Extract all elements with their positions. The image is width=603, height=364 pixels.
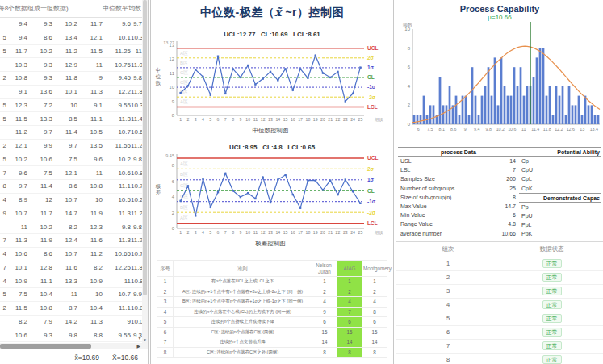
capability-index-label: Pp [519, 204, 601, 210]
table-row: 9.113.610.111.312.211.8 [0, 86, 142, 99]
process-data-value: 8 [485, 195, 519, 200]
svg-text:-2σ: -2σ [367, 94, 376, 100]
rule-value: 7 [157, 337, 174, 348]
data-cell: 11.7 [6, 48, 31, 55]
rule-value: 4 [312, 297, 337, 308]
data-cell: 8.2 [57, 224, 82, 231]
svg-text:B区: B区 [180, 171, 188, 177]
capability-index-row: CpK [519, 184, 601, 193]
status-badge: 正常 [542, 314, 562, 323]
data-cell: 10.2 [31, 48, 57, 55]
process-data-table: process DataUSL14LSL7Samples Size200Numb… [396, 147, 603, 239]
group-number: 3 [396, 287, 500, 295]
rule-description: A区: 连续的n+1个点中有n个点落在+2σ之上或-2σ之下 (同一侧) [174, 287, 312, 297]
svg-text:10: 10 [245, 117, 250, 122]
median-cell: 11.3 [107, 236, 131, 244]
data-cell: 11.8 [57, 74, 82, 82]
rule-description: 连续的n个点落在中心线(CL)的上方或下方 (同一侧) [174, 307, 312, 317]
capability-index-row: CpL [519, 174, 601, 183]
rule-value: 9 [312, 307, 337, 317]
capability-index-row: Cp [519, 157, 601, 165]
table-row: 57.510.4111010.79.9 [0, 288, 142, 302]
svg-text:2: 2 [186, 117, 189, 122]
data-cell: 7.5 [6, 291, 31, 298]
svg-text:20: 20 [320, 117, 325, 122]
table-body: 9.49.310.211.79.69.759.48.613.412.110.11… [0, 18, 142, 343]
svg-text:6: 6 [408, 65, 411, 69]
rule-value: 4 [337, 297, 362, 308]
rule-value: 8 [362, 347, 387, 358]
mean-cell: 10.6 [131, 128, 142, 136]
table-row: 59.48.613.412.110.110.3 [0, 31, 142, 45]
svg-text:9: 9 [464, 127, 467, 132]
status-row: 4正常 [396, 299, 603, 312]
horizontal-scrollbar[interactable]: ▶ [0, 343, 148, 349]
rule-value: 8 [337, 347, 362, 358]
mean-summary: X̄=10.66 [112, 354, 138, 362]
svg-text:0: 0 [408, 122, 411, 127]
data-cell: 11.4 [57, 128, 82, 136]
vertical-scrollbar-thumb[interactable] [143, 0, 147, 295]
table-row: 212.19.99.713.511.5511.2 [0, 140, 142, 153]
scroll-down-arrow-icon[interactable]: ▼ [142, 337, 148, 343]
process-data-label: average number [398, 231, 485, 236]
svg-text:8: 8 [172, 163, 175, 168]
clipped-cell: 5 [0, 115, 6, 123]
svg-text:组次: 组次 [375, 117, 384, 122]
svg-text:22: 22 [336, 117, 341, 122]
data-cell: 13.4 [57, 34, 82, 41]
process-data-label: Number of subgroups [398, 186, 485, 191]
svg-text:8.6: 8.6 [450, 127, 456, 132]
data-cell: 11 [57, 291, 82, 298]
data-cell: 11.4 [31, 182, 57, 190]
status-cell: 正常 [500, 354, 603, 364]
svg-text:14: 14 [275, 230, 280, 235]
rule-value: 8 [312, 347, 337, 358]
rule-value: 3 [157, 297, 174, 308]
data-cell: 8.9 [6, 196, 31, 203]
svg-text:9.45: 9.45 [165, 153, 174, 158]
potential-ability-header: Potential Ability [519, 147, 601, 157]
control-chart-panel: 中位数-极差（x̃ ~r）控制图 UCL:12.77 CL:10.69 LCL:… [151, 0, 393, 364]
svg-text:1σ: 1σ [367, 177, 375, 182]
data-cell: 8.7 [57, 304, 82, 312]
svg-text:20: 20 [320, 230, 325, 235]
mean-cell: 10.7 [131, 182, 142, 190]
process-data-label: Size of sub-group(n) [398, 195, 485, 200]
table-row: 511.513.38.511.111.311.4 [0, 112, 142, 126]
process-data-label: Max Value [398, 203, 485, 209]
group-number: 4 [396, 301, 500, 308]
range-control-chart: 9.4502468UCL2σ1σCL-1σ-2σLCLA区B区C区C区B区A区1… [153, 152, 392, 250]
median-cell: 11 [107, 278, 131, 285]
median-cell: 9.6 [107, 20, 131, 27]
data-cell: 11 [82, 169, 107, 177]
data-cell: 10.1 [6, 264, 31, 271]
vertical-scrollbar[interactable]: ▼ [142, 0, 148, 343]
median-chart-limits: UCL:12.77 CL:10.69 LCL:8.61 [151, 31, 393, 38]
status-header: 组次 [396, 245, 500, 253]
svg-text:CL: CL [367, 188, 375, 194]
data-cell: 10.8 [31, 304, 57, 312]
mean-cell: 10.2 [131, 196, 142, 203]
data-cell: 11.2 [6, 128, 31, 136]
mean-cell: 10.8 [131, 304, 142, 312]
svg-text:12: 12 [169, 56, 174, 61]
rule-value: 2 [312, 287, 337, 297]
rules-header: Nelson-Juran [312, 261, 337, 277]
table-row: 10.39.312.91110.7511.0 [0, 58, 142, 72]
median-cell: 10.75 [107, 61, 131, 69]
group-number: 7 [396, 342, 500, 349]
process-data-row: USL14 [398, 157, 519, 165]
scroll-right-arrow-icon[interactable]: ▶ [136, 343, 140, 349]
status-badge: 正常 [542, 287, 562, 295]
clipped-cell: 8 [0, 182, 6, 190]
svg-text:6: 6 [217, 117, 220, 122]
process-data-row: Range Value4.8 [398, 220, 519, 228]
svg-text:3: 3 [195, 230, 197, 235]
horizontal-scrollbar-thumb[interactable] [0, 344, 91, 349]
data-cell: 11.7 [31, 210, 57, 217]
process-data-label: Min Value [398, 212, 485, 218]
median-cell: 9 [107, 318, 131, 325]
clipped-cell: 4 [0, 278, 6, 285]
svg-text:12.2: 12.2 [555, 127, 563, 132]
